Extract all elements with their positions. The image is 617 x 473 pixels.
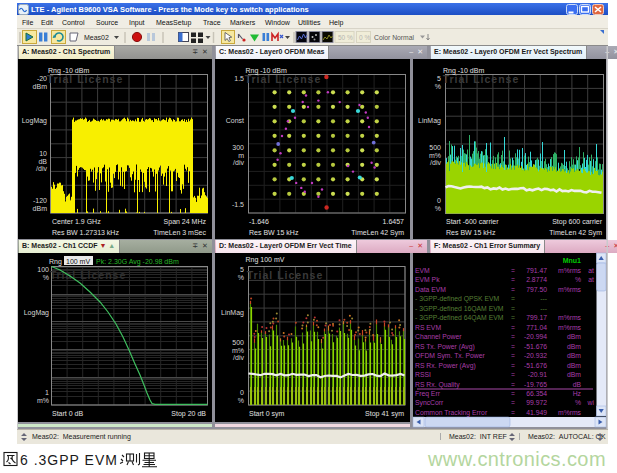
svg-text:Start -600 carrier: Start -600 carrier <box>446 218 499 225</box>
svg-text:-20: -20 <box>37 75 47 82</box>
svg-text:---: --- <box>540 305 547 312</box>
svg-text:Rng -10 dBm: Rng -10 dBm <box>443 67 484 75</box>
svg-text:Channel Power: Channel Power <box>415 333 462 340</box>
svg-text:TimeLen 3 mSec: TimeLen 3 mSec <box>153 229 206 236</box>
svg-text:Const: Const <box>226 117 244 124</box>
svg-text:%: % <box>435 205 441 212</box>
svg-text:Res BW 15 kHz: Res BW 15 kHz <box>249 229 299 236</box>
svg-text:41.949: 41.949 <box>526 409 547 416</box>
svg-text:-20.932: -20.932 <box>524 352 547 359</box>
svg-text:Stop 600 carrier: Stop 600 carrier <box>552 218 602 226</box>
svg-text:dB: dB <box>38 158 47 165</box>
svg-text:-51.676: -51.676 <box>524 362 547 369</box>
svg-text:TimeLen 42 Sym: TimeLen 42 Sym <box>549 229 602 237</box>
svg-text:99.972: 99.972 <box>526 399 547 406</box>
svg-text:EVM Pk: EVM Pk <box>415 276 440 283</box>
svg-text:5: 5 <box>437 75 441 82</box>
svg-text:%: % <box>575 276 581 283</box>
svg-text:=: = <box>511 295 515 302</box>
svg-text:=: = <box>511 409 515 416</box>
svg-text:LogMag: LogMag <box>24 309 49 317</box>
svg-text:791.47: 791.47 <box>526 267 547 274</box>
svg-text:=: = <box>511 381 515 388</box>
svg-text:m%rms: m%rms <box>558 267 582 274</box>
svg-text:Freq Err: Freq Err <box>415 390 441 398</box>
svg-text:=: = <box>511 267 515 274</box>
svg-text:%: % <box>238 397 244 404</box>
svg-text:SyncCorr: SyncCorr <box>415 399 444 407</box>
svg-text:50 %: 50 % <box>338 34 353 41</box>
svg-text:RS Rx. Power (Avg): RS Rx. Power (Avg) <box>415 362 476 370</box>
svg-text:Color Normal: Color Normal <box>374 34 415 41</box>
svg-text:=: = <box>511 390 515 397</box>
svg-text:- 3GPP-defined QPSK EVM: - 3GPP-defined QPSK EVM <box>415 295 500 303</box>
svg-text:Start 0 dB: Start 0 dB <box>52 410 83 417</box>
svg-text:Rng -10 dBm: Rng -10 dBm <box>246 67 287 75</box>
svg-text:Data EVM: Data EVM <box>415 286 446 293</box>
svg-text:dBm: dBm <box>567 362 581 369</box>
svg-text:Rng 100 mV: Rng 100 mV <box>246 256 285 264</box>
svg-text:10: 10 <box>39 150 47 157</box>
svg-text:1: 1 <box>45 389 49 396</box>
svg-text:2.8774: 2.8774 <box>526 276 547 283</box>
svg-text:%: % <box>238 274 244 281</box>
svg-text:dBm: dBm <box>33 83 48 90</box>
svg-text:797.50: 797.50 <box>526 286 547 293</box>
svg-text:Hz: Hz <box>573 390 582 397</box>
svg-text:Stop 20 dB: Stop 20 dB <box>171 410 206 418</box>
svg-text:m%: m% <box>429 152 441 159</box>
svg-text:m%rms: m%rms <box>558 409 582 416</box>
svg-text:=: = <box>511 276 515 283</box>
svg-text:=: = <box>511 343 515 350</box>
svg-text:-120: -120 <box>33 197 47 204</box>
svg-text:300: 300 <box>232 144 244 151</box>
svg-text:=: = <box>511 399 515 406</box>
svg-text:799.17: 799.17 <box>526 314 547 321</box>
svg-text:m%rms: m%rms <box>558 286 582 293</box>
svg-text:RS Rx. Quality: RS Rx. Quality <box>415 381 460 389</box>
svg-text:m%: m% <box>232 347 244 354</box>
svg-text:%: % <box>435 83 441 90</box>
svg-text:-1.5: -1.5 <box>232 201 244 208</box>
svg-text:/div: /div <box>233 159 244 166</box>
svg-text:at: at <box>588 267 594 274</box>
svg-text:wi: wi <box>587 399 595 406</box>
svg-text:500: 500 <box>429 144 441 151</box>
svg-text:-1.646: -1.646 <box>249 218 269 225</box>
svg-text:Center 1.9 GHz: Center 1.9 GHz <box>52 218 101 225</box>
svg-text:m: m <box>238 152 244 159</box>
svg-text:at: at <box>588 276 594 283</box>
svg-text:Trial License: Trial License <box>247 269 324 281</box>
svg-text:- 3GPP-defined 16QAM EVM: - 3GPP-defined 16QAM EVM <box>415 305 504 313</box>
svg-text:m%: m% <box>37 397 49 404</box>
svg-text:=: = <box>511 362 515 369</box>
svg-text:LogMag: LogMag <box>22 117 47 125</box>
svg-text:---: --- <box>540 295 547 302</box>
svg-text:66.354: 66.354 <box>526 390 547 397</box>
svg-text:0: 0 <box>437 197 441 204</box>
svg-text:Pk: 2.30G Avg -20.98 dBm: Pk: 2.30G Avg -20.98 dBm <box>96 258 179 266</box>
svg-text:%: % <box>575 399 581 406</box>
svg-text:Rng: Rng <box>49 258 62 266</box>
svg-text:m%rms: m%rms <box>558 314 582 321</box>
svg-text:=: = <box>511 352 515 359</box>
svg-text:Start 0 sym: Start 0 sym <box>249 410 285 418</box>
svg-text:/div: /div <box>233 354 244 361</box>
svg-text:Trial License: Trial License <box>245 73 322 85</box>
svg-text:RS EVM: RS EVM <box>415 324 441 331</box>
svg-text:TimeLen 42 Sym: TimeLen 42 Sym <box>351 229 404 237</box>
svg-text:Trial License: Trial License <box>47 73 124 85</box>
svg-text:=: = <box>511 314 515 321</box>
svg-text:EVM: EVM <box>415 267 430 274</box>
svg-text:-19.765: -19.765 <box>524 381 547 388</box>
svg-text:=: = <box>511 324 515 331</box>
svg-text:Span 24 MHz: Span 24 MHz <box>164 218 207 226</box>
svg-text:5: 5 <box>240 266 244 273</box>
svg-text:Rng -10 dBm: Rng -10 dBm <box>48 67 89 75</box>
svg-text:Meas02: Meas02 <box>84 34 109 41</box>
svg-text:%: % <box>43 274 49 281</box>
svg-text:=: = <box>511 286 515 293</box>
svg-text:1.5: 1.5 <box>234 75 244 82</box>
svg-text:0: 0 <box>240 389 244 396</box>
svg-text:771.04: 771.04 <box>526 324 547 331</box>
